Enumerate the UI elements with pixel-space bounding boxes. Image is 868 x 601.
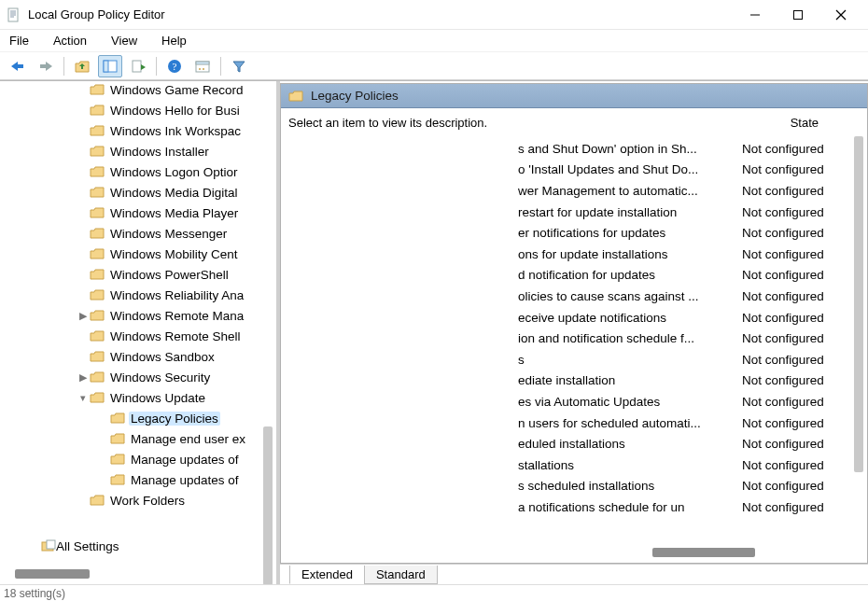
svg-marker-9	[11, 62, 18, 71]
tree-item[interactable]: Windows Media Digital	[0, 182, 280, 203]
settings-row[interactable]: sNot configured	[518, 349, 850, 370]
setting-state: Not configured	[742, 311, 850, 325]
tree-item[interactable]: Windows Logon Optior	[0, 161, 280, 182]
settings-row[interactable]: ons for update installationsNot configur…	[518, 244, 850, 265]
back-button[interactable]	[6, 55, 30, 77]
settings-row[interactable]: eceive update notificationsNot configure…	[518, 307, 850, 328]
menu-action[interactable]: Action	[49, 32, 91, 49]
folder-icon	[90, 268, 105, 281]
export-list-button[interactable]	[126, 55, 150, 77]
svg-rect-14	[81, 66, 83, 69]
setting-state: Not configured	[742, 353, 850, 367]
column-header-state[interactable]: State	[791, 116, 819, 130]
tree-item[interactable]: Legacy Policies	[0, 408, 280, 428]
settings-row[interactable]: es via Automatic UpdatesNot configured	[518, 391, 850, 412]
menu-bar: File Action View Help	[0, 30, 868, 52]
collapse-icon[interactable]: ▾	[77, 392, 90, 404]
description-prompt: Select an item to view its description.	[288, 116, 487, 130]
tree-vertical-scrollbar[interactable]	[263, 426, 273, 584]
settings-row[interactable]: d notification for updatesNot configured	[518, 265, 850, 287]
tree-item[interactable]: Windows Mobility Cent	[0, 244, 280, 264]
menu-help[interactable]: Help	[158, 32, 190, 49]
settings-row[interactable]: o 'Install Updates and Shut Do...Not con…	[518, 160, 850, 181]
tree-item[interactable]: Windows Sandbox	[0, 346, 280, 367]
settings-row[interactable]: s scheduled installationsNot configured	[518, 476, 850, 497]
tree-item[interactable]: Manage end user ex	[0, 428, 280, 449]
tree-item[interactable]: Work Folders	[0, 490, 280, 510]
tree-item[interactable]: ▾Windows Update	[0, 387, 280, 408]
tree-item-label: Windows Remote Shell	[108, 329, 243, 343]
tab-extended[interactable]: Extended	[289, 566, 365, 584]
tree-item[interactable]: Windows Media Player	[0, 203, 280, 223]
forward-button[interactable]	[34, 55, 58, 77]
tree-item-label: Windows Mobility Cent	[108, 247, 240, 261]
close-button[interactable]	[819, 2, 862, 28]
help-button[interactable]: ?	[162, 55, 187, 77]
maximize-button[interactable]	[777, 2, 819, 28]
setting-state: Not configured	[742, 205, 850, 219]
settings-row[interactable]: er notifications for updatesNot configur…	[518, 222, 850, 244]
settings-row[interactable]: eduled installationsNot configured	[518, 433, 850, 454]
settings-row[interactable]: wer Management to automatic...Not config…	[518, 180, 850, 202]
setting-state: Not configured	[742, 289, 850, 303]
tree-item-label: Windows Ink Workspac	[108, 124, 243, 138]
up-one-level-button[interactable]	[70, 55, 94, 77]
folder-icon	[90, 309, 105, 322]
folder-icon	[90, 329, 105, 342]
tree-item[interactable]: Windows Reliability Ana	[0, 285, 280, 305]
svg-rect-17	[133, 61, 141, 72]
tree-item[interactable]: Windows PowerShell	[0, 264, 280, 285]
menu-file[interactable]: File	[6, 32, 33, 49]
settings-row[interactable]: restart for update installationNot confi…	[518, 202, 850, 223]
settings-vertical-scrollbar[interactable]	[854, 136, 863, 472]
settings-row[interactable]: a notifications schedule for unNot confi…	[518, 496, 850, 518]
tree-item-label: Windows Hello for Busi	[108, 104, 242, 118]
settings-row[interactable]: s and Shut Down' option in Sh...Not conf…	[518, 138, 850, 160]
tree-item-label: Windows Game Record	[108, 83, 245, 97]
setting-name: ediate installation	[518, 373, 742, 387]
description-column: Select an item to view its description.	[281, 108, 518, 563]
settings-row[interactable]: stallationsNot configured	[518, 454, 850, 476]
filter-button[interactable]	[227, 55, 251, 77]
setting-state: Not configured	[742, 142, 850, 156]
tab-standard[interactable]: Standard	[364, 566, 438, 584]
tree-item-all-settings[interactable]: All Settings	[0, 536, 119, 556]
expand-icon[interactable]: ▶	[77, 371, 90, 384]
tree-item[interactable]: Windows Remote Shell	[0, 326, 280, 346]
view-tabs: Extended Standard	[280, 564, 868, 584]
svg-rect-16	[104, 61, 108, 72]
window-buttons	[734, 2, 862, 28]
setting-state: Not configured	[742, 247, 850, 261]
tree-item[interactable]: Manage updates of	[0, 449, 280, 469]
tree-item[interactable]: Windows Messenger	[0, 223, 280, 244]
tree-item[interactable]: ▶Windows Remote Mana	[0, 305, 280, 326]
settings-list[interactable]: s and Shut Down' option in Sh...Not conf…	[518, 138, 850, 518]
settings-row[interactable]: n users for scheduled automati...Not con…	[518, 412, 850, 434]
status-bar: 18 setting(s)	[0, 584, 868, 601]
tree-item[interactable]: Windows Ink Workspac	[0, 120, 280, 141]
svg-rect-6	[794, 10, 803, 19]
setting-name: stallations	[518, 458, 742, 472]
tree-item[interactable]: Windows Installer	[0, 141, 280, 161]
setting-name: ion and notification schedule f...	[518, 331, 742, 345]
tree-item[interactable]: Windows Hello for Busi	[0, 100, 280, 120]
setting-state: Not configured	[742, 184, 850, 198]
tree-item[interactable]: Windows Game Record	[0, 81, 280, 100]
settings-row[interactable]: olicies to cause scans against ...Not co…	[518, 286, 850, 307]
tree-item[interactable]: Manage updates of	[0, 469, 280, 490]
tree-item[interactable]: ▶Windows Security	[0, 367, 280, 387]
details-header: Legacy Policies	[281, 84, 867, 108]
folder-icon	[110, 432, 125, 445]
menu-view[interactable]: View	[107, 32, 141, 49]
expand-icon[interactable]: ▶	[77, 310, 90, 322]
settings-row[interactable]: ediate installationNot configured	[518, 370, 850, 392]
properties-button[interactable]	[190, 55, 215, 77]
setting-name: n users for scheduled automati...	[518, 416, 742, 430]
console-tree[interactable]: Windows Game RecordWindows Hello for Bus…	[0, 81, 280, 510]
minimize-button[interactable]	[734, 2, 777, 28]
tree-horizontal-scrollbar[interactable]	[15, 569, 90, 579]
show-hide-console-tree-button[interactable]	[98, 55, 122, 77]
settings-horizontal-scrollbar[interactable]	[652, 548, 755, 557]
settings-row[interactable]: ion and notification schedule f...Not co…	[518, 328, 850, 349]
setting-name: wer Management to automatic...	[518, 184, 742, 198]
